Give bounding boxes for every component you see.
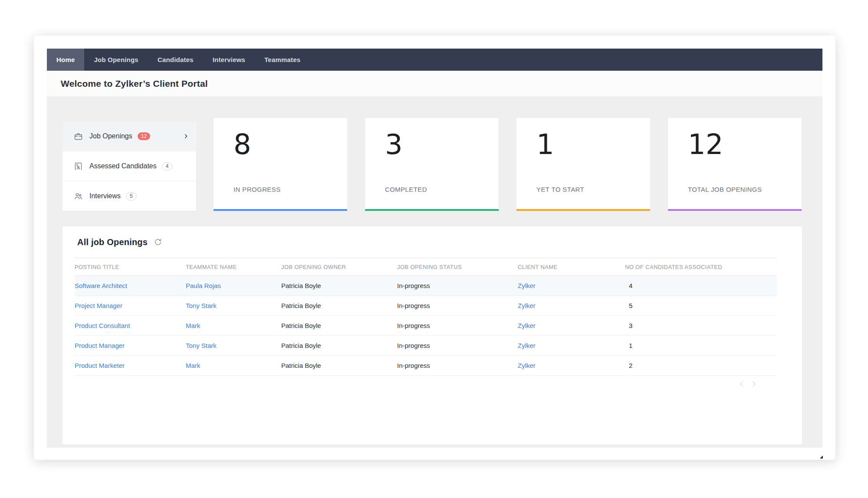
briefcase-watermark-icon	[300, 125, 341, 170]
stat-label: COMPLETED	[385, 186, 427, 193]
col-header-teammate-name: TEAMMATE NAME	[186, 264, 281, 270]
candidates-count-cell: 2	[625, 362, 777, 369]
wrench-tool-icon	[801, 54, 811, 66]
status-cell: In-progress	[397, 302, 518, 309]
count-badge: 12	[138, 132, 150, 140]
owner-cell: Patricia Boyle	[281, 302, 397, 309]
briefcase-watermark-icon	[755, 125, 796, 170]
status-cell: In-progress	[397, 362, 518, 369]
people-icon	[74, 192, 83, 201]
candidates-count-cell: 1	[625, 342, 777, 349]
assessment-card-icon	[74, 162, 83, 171]
teammate-name-link[interactable]: Paula Rojas	[186, 282, 221, 289]
owner-cell: Patricia Boyle	[281, 322, 397, 329]
page-title: Welcome to Zylker’s Client Portal	[61, 79, 208, 89]
dashboard-content: Job Openings 12 Assessed	[47, 96, 822, 448]
menu-item-label: Job Openings	[89, 132, 132, 140]
posting-title-link[interactable]: Product Manager	[75, 342, 125, 349]
stat-value: 3	[385, 128, 403, 161]
teammate-name-link[interactable]: Tony Stark	[186, 342, 217, 349]
stat-label: YET TO START	[536, 186, 584, 193]
client-portal-window: Home Job Openings Candidates Interviews …	[34, 36, 835, 460]
client-name-link[interactable]: Zylker	[518, 282, 536, 289]
count-badge: 4	[162, 162, 173, 170]
client-name-link[interactable]: Zylker	[518, 342, 536, 349]
briefcase-watermark-icon	[603, 125, 644, 170]
owner-cell: Patricia Boyle	[281, 342, 397, 349]
stat-card-total-job-openings[interactable]: 12 TOTAL JOB OPENINGS	[668, 118, 802, 211]
count-badge: 5	[126, 192, 137, 200]
welcome-bar: Welcome to Zylker’s Client Portal	[47, 71, 822, 96]
table-row: Project Manager Tony Stark Patricia Boyl…	[75, 296, 777, 316]
refresh-icon[interactable]	[154, 238, 162, 246]
stat-label: IN PROGRESS	[233, 186, 281, 193]
briefcase-watermark-icon	[452, 125, 493, 170]
chevron-right-icon[interactable]	[749, 379, 759, 389]
chevron-left-icon[interactable]	[737, 379, 746, 389]
posting-title-link[interactable]: Product Consultant	[75, 322, 130, 329]
nav-tab-interviews[interactable]: Interviews	[203, 49, 255, 71]
owner-cell: Patricia Boyle	[281, 362, 397, 369]
job-openings-panel: All job Openings POSTING TITLE TEAMMATE …	[62, 226, 802, 445]
pagination	[737, 379, 759, 389]
col-header-job-opening-owner: JOB OPENING OWNER	[281, 264, 397, 270]
table-row: Software Architect Paula Rojas Patricia …	[75, 276, 777, 296]
settings-tools-button[interactable]	[790, 49, 822, 71]
posting-title-link[interactable]: Project Manager	[75, 302, 122, 309]
candidates-count-cell: 4	[625, 282, 777, 289]
teammate-name-link[interactable]: Mark	[186, 362, 200, 369]
owner-cell: Patricia Boyle	[281, 282, 397, 289]
stat-card-yet-to-start[interactable]: 1 YET TO START	[516, 118, 650, 211]
menu-item-job-openings[interactable]: Job Openings 12	[62, 121, 196, 151]
teammate-name-link[interactable]: Mark	[186, 322, 200, 329]
menu-item-label: Assessed Candidates	[89, 162, 157, 170]
top-nav: Home Job Openings Candidates Interviews …	[47, 49, 822, 71]
col-header-client-name: CLIENT NAME	[518, 264, 625, 270]
menu-item-label: Interviews	[89, 192, 121, 200]
chevron-right-icon	[183, 133, 189, 140]
status-cell: In-progress	[397, 342, 518, 349]
client-name-link[interactable]: Zylker	[518, 302, 536, 309]
job-openings-table: POSTING TITLE TEAMMATE NAME JOB OPENING …	[75, 258, 777, 376]
stat-card-in-progress[interactable]: 8 IN PROGRESS	[214, 118, 347, 211]
stat-card-completed[interactable]: 3 COMPLETED	[365, 118, 499, 211]
stat-value: 1	[536, 128, 554, 161]
client-name-link[interactable]: Zylker	[518, 362, 536, 369]
table-row: Product Manager Tony Stark Patricia Boyl…	[75, 336, 777, 356]
stat-value: 12	[688, 128, 723, 161]
candidates-count-cell: 3	[625, 322, 777, 329]
briefcase-icon	[74, 132, 83, 141]
nav-tab-teammates[interactable]: Teammates	[255, 49, 310, 71]
menu-item-interviews[interactable]: Interviews 5	[62, 181, 196, 211]
client-name-link[interactable]: Zylker	[518, 322, 536, 329]
nav-tab-job-openings[interactable]: Job Openings	[84, 49, 148, 71]
nav-tab-home[interactable]: Home	[47, 49, 84, 71]
col-header-no-of-candidates: NO OF CANDIDATES ASSOCIATED	[625, 264, 777, 270]
stat-value: 8	[233, 128, 251, 161]
resize-grip-icon[interactable]	[790, 436, 798, 443]
candidates-count-cell: 5	[625, 302, 777, 309]
summary-menu-card: Job Openings 12 Assessed	[62, 121, 196, 211]
status-cell: In-progress	[397, 322, 518, 329]
col-header-job-opening-status: JOB OPENING STATUS	[397, 264, 518, 270]
status-cell: In-progress	[397, 282, 518, 289]
resize-cursor-mark	[819, 453, 823, 458]
teammate-name-link[interactable]: Tony Stark	[186, 302, 217, 309]
menu-item-assessed-candidates[interactable]: Assessed Candidates 4	[62, 151, 196, 181]
table-row: Product Marketer Mark Patricia Boyle In-…	[75, 356, 777, 376]
posting-title-link[interactable]: Software Architect	[75, 282, 127, 289]
stat-label: TOTAL JOB OPENINGS	[688, 186, 762, 193]
table-header-row: POSTING TITLE TEAMMATE NAME JOB OPENING …	[75, 258, 777, 276]
table-row: Product Consultant Mark Patricia Boyle I…	[75, 316, 777, 336]
panel-title: All job Openings	[77, 237, 148, 247]
col-header-posting-title: POSTING TITLE	[75, 264, 186, 270]
posting-title-link[interactable]: Product Marketer	[75, 362, 125, 369]
nav-tab-candidates[interactable]: Candidates	[148, 49, 203, 71]
